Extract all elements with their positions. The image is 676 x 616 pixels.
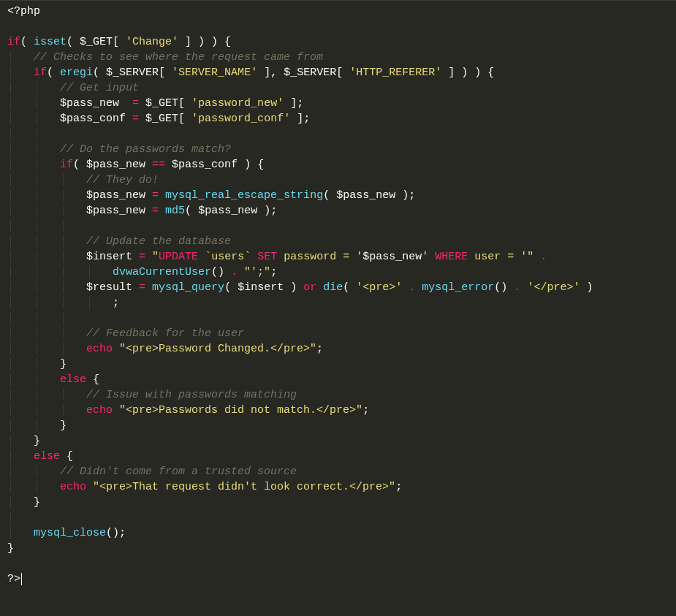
string-pre-close: '</pre>' — [527, 281, 580, 294]
string-change: 'Change' — [126, 36, 178, 48]
keyword-or: or — [303, 281, 316, 294]
keyword-if: if — [7, 36, 20, 48]
var-pass-new: $pass_new — [86, 205, 145, 217]
comment: // They do! — [86, 174, 159, 186]
var-get: $_GET — [145, 113, 178, 125]
php-open-tag: <?php — [7, 5, 40, 18]
sql-set: SET — [257, 251, 277, 263]
comment: // Checks to see where the request came … — [34, 51, 323, 64]
string-no-match: "<pre>Passwords did not match.</pre>" — [119, 404, 362, 417]
string-password-new: 'password_new' — [191, 97, 284, 110]
code-editor[interactable]: <?php if( isset( $_GET[ 'Change' ] ) ) {… — [0, 1, 676, 594]
var-insert: $insert — [238, 281, 284, 294]
fn-die: die — [323, 281, 343, 294]
comment: // Update the database — [86, 235, 231, 248]
string-password-conf: 'password_conf' — [191, 113, 290, 125]
var-pass-new: $pass_new — [198, 205, 257, 217]
keyword-else: else — [60, 373, 86, 386]
string-bad-request: "<pre>That request didn't look correct.<… — [93, 481, 395, 493]
keyword-echo: echo — [86, 404, 113, 417]
comment: // Didn't come from a trusted source — [60, 465, 297, 478]
text-cursor — [21, 573, 22, 585]
var-pass-new: $pass_new — [86, 189, 145, 202]
var-pass-new: $pass_new — [336, 189, 395, 202]
var-pass-conf: $pass_conf — [172, 159, 238, 171]
comment: // Get input — [60, 82, 139, 94]
comment: // Issue with passwords matching — [86, 389, 297, 401]
sql-update: UPDATE — [159, 251, 198, 263]
comment: // Do the passwords match? — [60, 143, 231, 156]
var-pass-new: $pass_new — [60, 97, 119, 110]
keyword-else: else — [34, 450, 60, 463]
fn-mysql-query: mysql_query — [152, 281, 224, 294]
keyword-echo: echo — [60, 481, 86, 493]
keyword-if: if — [60, 159, 73, 171]
var-insert: $insert — [86, 251, 132, 263]
php-close-tag: ?> — [7, 573, 20, 585]
fn-mysql-real-escape-string: mysql_real_escape_string — [165, 189, 323, 202]
string-pre-open: '<pre>' — [356, 281, 402, 294]
keyword-if: if — [34, 66, 47, 79]
string-http-referer: 'HTTP_REFERER' — [349, 66, 441, 79]
var-server: $_SERVER — [106, 66, 159, 79]
var-pass-new: $pass_new — [362, 251, 422, 263]
comment: // Feedback for the user — [86, 327, 244, 340]
fn-dvwa-current-user: dvwaCurrentUser — [113, 266, 211, 278]
var-pass-conf: $pass_conf — [60, 113, 126, 125]
fn-md5: md5 — [165, 205, 185, 217]
var-server: $_SERVER — [284, 66, 336, 79]
fn-isset: isset — [34, 36, 67, 48]
fn-eregi: eregi — [60, 66, 93, 79]
string-password-changed: "<pre>Password Changed.</pre>" — [119, 343, 316, 355]
var-get: $_GET — [80, 36, 113, 48]
keyword-echo: echo — [86, 343, 113, 355]
fn-mysql-error: mysql_error — [422, 281, 494, 294]
string-server-name: 'SERVER_NAME' — [172, 66, 257, 79]
var-pass-new: $pass_new — [86, 159, 145, 171]
fn-mysql-close: mysql_close — [34, 527, 106, 539]
var-result: $result — [86, 281, 132, 294]
string-sql-tail: "';" — [244, 266, 270, 278]
sql-table: `users` — [205, 251, 251, 263]
sql-where: WHERE — [435, 251, 468, 263]
var-get: $_GET — [145, 97, 178, 110]
